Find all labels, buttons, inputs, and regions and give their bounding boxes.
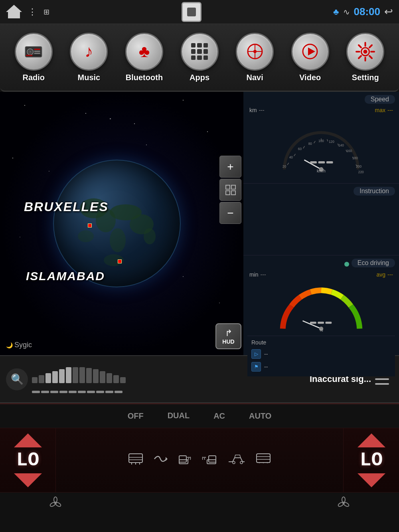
signal-dash-5: [69, 391, 77, 393]
bluetooth-icon: ♣: [139, 42, 150, 61]
climate-auto-button[interactable]: AUTO: [245, 409, 275, 423]
svg-point-89: [49, 502, 56, 507]
eco-gauge: %: [269, 280, 373, 336]
route-row-2: ⚑ --: [251, 360, 391, 373]
svg-point-31: [144, 228, 156, 244]
front-defrost-icon[interactable]: [255, 452, 271, 469]
temp-right-down-button[interactable]: [356, 472, 387, 488]
main-content: BRUXELLES ISLAMABAD + − ↱ HUD 🌙: [0, 92, 399, 355]
svg-line-38: [287, 163, 289, 165]
instruction-panel: Instruction: [243, 184, 399, 255]
stop-button[interactable]: [182, 2, 201, 22]
route-value-1: --: [264, 351, 268, 357]
climate-dual-button[interactable]: DUAL: [164, 409, 194, 422]
right-down-arrow-shape: [358, 473, 385, 487]
sygic-copyright: 🌙: [6, 342, 14, 348]
settings-icon: [354, 41, 376, 63]
signal-bar-7: [73, 367, 78, 383]
nav-item-setting[interactable]: Setting: [338, 33, 393, 82]
svg-marker-14: [308, 47, 315, 55]
fan-right-icon[interactable]: [336, 496, 351, 513]
route-row-1: ▷ --: [251, 348, 391, 360]
signal-bars-bottom: [32, 385, 306, 393]
video-icon: [300, 42, 320, 61]
signal-bar-1: [32, 377, 38, 383]
menu-line-2: [375, 378, 389, 380]
svg-point-93: [338, 502, 344, 507]
nav-bar: Radio ♪ Music ♣ Bluetooth Apps: [0, 24, 399, 92]
svg-text:80: 80: [308, 142, 312, 146]
navi-icon-circle: [236, 33, 274, 71]
nav-item-video[interactable]: Video: [282, 33, 338, 82]
signal-bar-6: [66, 367, 71, 383]
svg-rect-83: [257, 454, 270, 463]
climate-ac-button[interactable]: AC: [209, 409, 229, 423]
eco-meta: min --- avg ---: [247, 271, 395, 278]
right-panel: Speed km --- max ---: [243, 92, 399, 355]
svg-text:20: 20: [282, 164, 286, 168]
zoom-in-button[interactable]: +: [219, 156, 241, 178]
svg-text:200: 200: [356, 164, 361, 168]
eco-panel: Eco driving min --- avg ---: [243, 255, 399, 355]
nav-item-music[interactable]: ♪ Music: [61, 33, 117, 82]
route-title: Route: [251, 339, 391, 346]
bluetooth-icon-circle: ♣: [125, 33, 163, 71]
nav-item-navi[interactable]: Navi: [227, 33, 282, 82]
home-icon[interactable]: [6, 5, 22, 19]
signal-bar-9: [86, 368, 92, 383]
grid-view-button[interactable]: [219, 179, 241, 201]
search-button[interactable]: 🔍: [6, 368, 28, 390]
svg-rect-77: [179, 456, 186, 462]
car-airflow-icon[interactable]: [227, 452, 247, 469]
nav-item-radio[interactable]: Radio: [6, 33, 61, 82]
svg-point-87: [54, 497, 57, 502]
svg-rect-34: [231, 185, 235, 189]
temp-left-down-button[interactable]: [12, 472, 44, 488]
svg-rect-60: [310, 161, 317, 164]
svg-text:60: 60: [298, 147, 302, 151]
svg-text:140: 140: [338, 143, 344, 147]
svg-rect-36: [231, 191, 235, 195]
svg-rect-8: [26, 55, 33, 56]
svg-line-24: [359, 56, 361, 58]
svg-point-30: [78, 230, 94, 242]
speedometer: 20 40 60 80 100: [273, 115, 369, 179]
airflow-icon[interactable]: [152, 452, 168, 469]
more-icon[interactable]: ⋮: [28, 7, 38, 17]
svg-text:160: 160: [346, 149, 352, 153]
signal-bar-4: [52, 371, 58, 383]
eco-dot: [344, 262, 349, 267]
climate-bottom: [0, 492, 399, 516]
climate-main: LO: [0, 428, 399, 492]
signal-bar-8: [79, 367, 85, 383]
climate-off-button[interactable]: OFF: [124, 409, 148, 423]
speed-title: Speed: [365, 95, 395, 104]
hud-arrow-icon: ↱: [225, 328, 232, 338]
rear-defrost-icon[interactable]: [128, 452, 144, 469]
seat-heat-left-icon[interactable]: [177, 452, 193, 469]
svg-point-82: [240, 461, 243, 464]
temp-left-up-button[interactable]: [12, 432, 44, 448]
fan-left-icon[interactable]: [48, 496, 63, 513]
globe: [53, 160, 181, 287]
wifi-icon: ∿: [343, 7, 350, 17]
status-left: ⋮ ⊞: [6, 5, 49, 19]
navi-label: Navi: [246, 73, 263, 82]
zoom-out-button[interactable]: −: [219, 202, 241, 224]
seat-heat-right-icon[interactable]: [202, 452, 218, 469]
nav-item-apps[interactable]: Apps: [172, 33, 227, 82]
back-arrow-icon[interactable]: ↩: [384, 6, 393, 18]
radio-icon-circle: [15, 33, 53, 71]
signal-bar-13: [113, 375, 119, 383]
hud-button[interactable]: ↱ HUD: [215, 323, 241, 349]
temp-right-up-button[interactable]: [356, 432, 387, 448]
signal-bar-12: [107, 373, 112, 383]
right-up-arrow-shape: [358, 433, 385, 447]
temp-left-display: LO: [16, 449, 40, 471]
eco-title-row: Eco driving: [247, 259, 395, 269]
svg-line-40: [294, 154, 296, 156]
nav-item-bluetooth[interactable]: ♣ Bluetooth: [117, 33, 172, 82]
video-icon-circle: [291, 33, 329, 71]
status-right: ♣ ∿ 08:00 ↩: [333, 6, 393, 18]
city-islamabad: ISLAMABAD: [26, 269, 105, 283]
